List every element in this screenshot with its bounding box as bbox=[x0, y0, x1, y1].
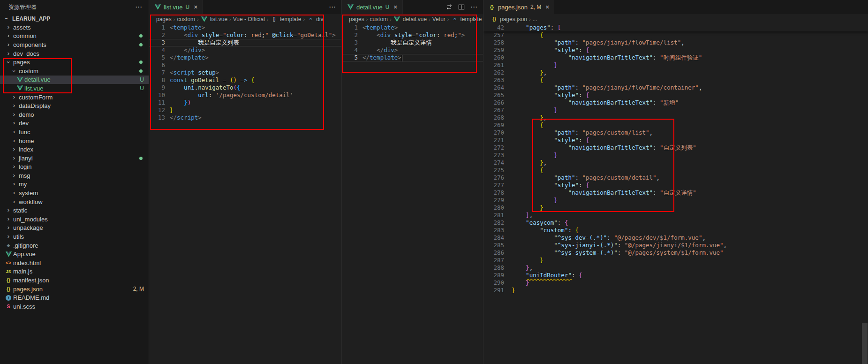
code-line[interactable]: 271 "style": { bbox=[483, 136, 868, 144]
code-line[interactable]: 267 } bbox=[483, 106, 868, 114]
code-line[interactable]: 273 } bbox=[483, 152, 868, 159]
tree-item-index-html[interactable]: <>index.html bbox=[0, 258, 149, 267]
explorer-root-folder[interactable]: › LEARUN_APP bbox=[0, 14, 149, 23]
breadcrumb-item[interactable]: ○template bbox=[451, 16, 482, 23]
code-line[interactable]: 259 "style": { bbox=[483, 46, 868, 54]
split-editor-icon[interactable] bbox=[458, 4, 465, 10]
code-line[interactable]: 13</script> bbox=[149, 114, 341, 121]
tree-item-customform[interactable]: ›customForm bbox=[0, 93, 149, 102]
code-line[interactable]: 42 "pages": [ bbox=[483, 24, 868, 31]
code-line[interactable]: 2 <div style="color: red;" @click="goDet… bbox=[149, 31, 341, 39]
code-line[interactable]: 289 "uniIdRouter": { bbox=[483, 272, 868, 279]
tree-item-app-vue[interactable]: App.vue bbox=[0, 250, 149, 258]
tree-item-manifest-json[interactable]: {}manifest.json bbox=[0, 276, 149, 285]
code-line[interactable]: 280 } bbox=[483, 204, 868, 212]
breadcrumb-item[interactable]: list.vue bbox=[201, 16, 227, 23]
tree-item-uni-modules[interactable]: ›uni_modules bbox=[0, 215, 149, 224]
tree-item-readme-md[interactable]: iREADME.md bbox=[0, 293, 149, 302]
tab-close-icon[interactable]: × bbox=[393, 3, 397, 11]
tab-close-icon[interactable]: × bbox=[194, 3, 197, 11]
code-line[interactable]: 265 "style": { bbox=[483, 91, 868, 99]
tree-item-datadisplay[interactable]: ›dataDisplay bbox=[0, 101, 149, 110]
code-line[interactable]: 263 { bbox=[483, 76, 868, 84]
code-line[interactable]: 287 } bbox=[483, 257, 868, 264]
code-line[interactable]: 4 </div> bbox=[149, 46, 341, 54]
tree-item-index[interactable]: ›index bbox=[0, 145, 149, 154]
code-line[interactable]: 275 { bbox=[483, 167, 868, 174]
tab-list-vue[interactable]: list.vueU× bbox=[149, 0, 203, 14]
tree-item-jianyi[interactable]: ›jianyi bbox=[0, 154, 149, 163]
code-line[interactable]: 257 { bbox=[483, 31, 868, 39]
compare-editor-icon[interactable] bbox=[446, 4, 453, 10]
code-line[interactable]: 264 "path": "pages/jianyi/flowTime/conta… bbox=[483, 84, 868, 91]
tree-item-my[interactable]: ›my bbox=[0, 180, 149, 189]
code-line[interactable]: 262 }, bbox=[483, 69, 868, 76]
code-line[interactable]: 5</template> bbox=[342, 54, 483, 61]
breadcrumb-item[interactable]: custom bbox=[370, 16, 388, 23]
code-line[interactable]: 291} bbox=[483, 287, 868, 294]
tab-detail-vue[interactable]: detail.vueU× bbox=[342, 0, 403, 14]
tree-item-unpackage[interactable]: ›unpackage bbox=[0, 224, 149, 233]
breadcrumb-item[interactable]: Vue - Official bbox=[233, 16, 265, 23]
code-line[interactable]: 261 } bbox=[483, 61, 868, 69]
code-line[interactable]: 278 "navigationBarTitleText": "自定义详情" bbox=[483, 189, 868, 197]
code-line[interactable]: 9 uni.navigateTo({ bbox=[149, 84, 341, 91]
tree-item-demo[interactable]: ›demo bbox=[0, 110, 149, 119]
code-line[interactable]: 258 "path": "pages/jianyi/flowTime/list"… bbox=[483, 39, 868, 46]
code-line[interactable]: 8const goDetail = () => { bbox=[149, 76, 341, 84]
breadcrumb-item[interactable]: detail.vue bbox=[393, 16, 427, 23]
code-line[interactable]: 7<script setup> bbox=[149, 69, 341, 76]
vertical-scrollbar[interactable] bbox=[862, 323, 868, 364]
tree-item-static[interactable]: ›static bbox=[0, 206, 149, 215]
tree-item-components[interactable]: ›components bbox=[0, 40, 149, 49]
code-line[interactable]: 3 我是自定义列表 bbox=[149, 39, 341, 46]
code-line[interactable]: 288 }, bbox=[483, 264, 868, 272]
tree-item-func[interactable]: ›func bbox=[0, 128, 149, 136]
code-line[interactable]: 284 "^sys-dev-(.*)": "@/pages/dev/$1/for… bbox=[483, 234, 868, 242]
tab-close-icon[interactable]: × bbox=[545, 3, 549, 11]
code-line[interactable]: 274 }, bbox=[483, 159, 868, 167]
code-line[interactable]: 277 "style": { bbox=[483, 182, 868, 189]
tree-item-list-vue[interactable]: list.vueU bbox=[0, 84, 149, 93]
code-line[interactable]: 1<template> bbox=[342, 24, 483, 31]
tree-item-pages[interactable]: ›pages bbox=[0, 58, 149, 67]
tree-item-pages-json[interactable]: {}pages.json2, M bbox=[0, 285, 149, 294]
code-line[interactable]: 272 "navigationBarTitleText": "自定义列表" bbox=[483, 144, 868, 152]
breadcrumb-item[interactable]: pages bbox=[349, 16, 364, 23]
more-actions-icon[interactable]: ⋯ bbox=[470, 3, 477, 11]
code-line[interactable]: 5</template> bbox=[149, 54, 341, 61]
tree-item-dev-docs[interactable]: ›dev_docs bbox=[0, 49, 149, 58]
breadcrumb-item[interactable]: pages bbox=[156, 16, 172, 23]
tree-item-utils[interactable]: ›utils bbox=[0, 232, 149, 241]
tree-item-home[interactable]: ›home bbox=[0, 136, 149, 145]
code-line[interactable]: 285 "^sys-jianyi-(.*)": "@/pages/jianyi/… bbox=[483, 242, 868, 249]
code-line[interactable]: 10 url: '/pages/custom/detail' bbox=[149, 91, 341, 99]
breadcrumb-item[interactable]: ○div bbox=[307, 16, 323, 23]
more-actions-icon[interactable]: ⋯ bbox=[135, 3, 142, 11]
tree-item-system[interactable]: ›system bbox=[0, 189, 149, 197]
tree-item-workflow[interactable]: ›workflow bbox=[0, 197, 149, 206]
code-line[interactable]: 2 <div style="color: red;"> bbox=[342, 31, 483, 39]
tree-item-gitignore[interactable]: ◆.gitignore bbox=[0, 241, 149, 250]
tree-item-custom[interactable]: ›custom bbox=[0, 67, 149, 76]
tree-item-detail-vue[interactable]: detail.vueU bbox=[0, 76, 149, 84]
code-line[interactable]: 269 { bbox=[483, 121, 868, 129]
code-line[interactable]: 12} bbox=[149, 106, 341, 114]
code-line[interactable]: 286 "^sys-system-(.*)": "@/pages/system/… bbox=[483, 249, 868, 257]
code-line[interactable]: 3 我是自定义详情 bbox=[342, 39, 483, 46]
breadcrumb-item[interactable]: {}pages.json bbox=[491, 16, 527, 23]
code-line[interactable]: 283 "custom": { bbox=[483, 227, 868, 234]
code-line[interactable]: 4 </div> bbox=[342, 46, 483, 54]
breadcrumb-item[interactable]: custom bbox=[177, 16, 195, 23]
tree-item-main-js[interactable]: JSmain.js bbox=[0, 267, 149, 276]
code-line[interactable]: 281 ], bbox=[483, 212, 868, 219]
tree-item-common[interactable]: ›common bbox=[0, 32, 149, 41]
code-line[interactable]: 260 "navigationBarTitleText": "时间组件验证" bbox=[483, 54, 868, 61]
code-line[interactable]: 279 } bbox=[483, 197, 868, 204]
code-line[interactable]: 6 bbox=[149, 61, 341, 69]
tree-item-login[interactable]: ›login bbox=[0, 163, 149, 172]
tree-item-dev[interactable]: ›dev bbox=[0, 119, 149, 128]
tree-item-assets[interactable]: ›assets bbox=[0, 23, 149, 32]
code-line[interactable]: 290 } bbox=[483, 279, 868, 287]
tree-item-uni-scss[interactable]: Suni.scss bbox=[0, 302, 149, 311]
